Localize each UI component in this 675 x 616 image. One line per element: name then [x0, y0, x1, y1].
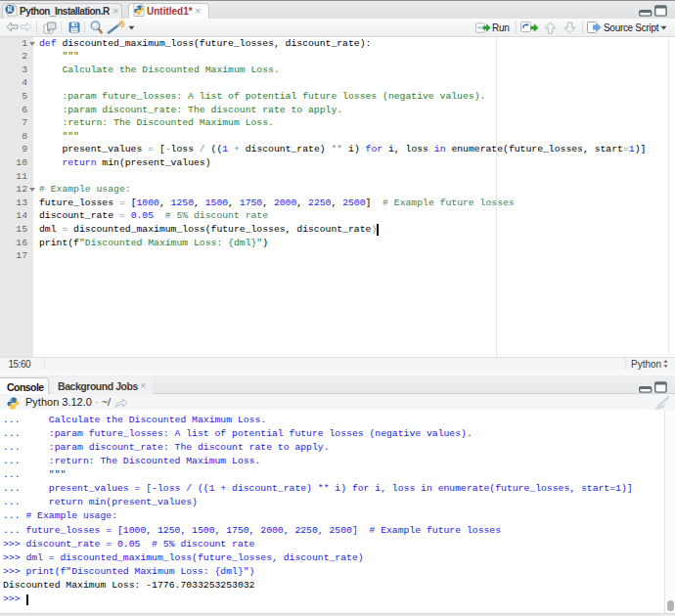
svg-text:R: R	[7, 5, 13, 14]
